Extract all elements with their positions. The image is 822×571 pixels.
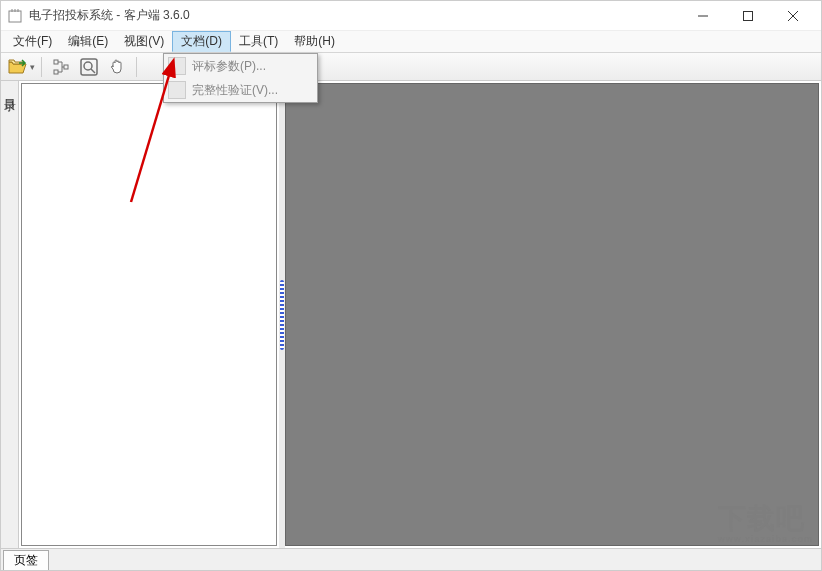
menu-item-label: 评标参数(P)... — [192, 58, 266, 75]
integrity-check-icon — [168, 81, 186, 99]
menu-tools[interactable]: 工具(T) — [231, 31, 286, 52]
title-bar: 电子招投标系统 - 客户端 3.6.0 — [1, 1, 821, 31]
menu-item-bid-params[interactable]: 评标参数(P)... — [164, 54, 317, 78]
dropdown-arrow-icon[interactable]: ▾ — [30, 62, 35, 72]
menu-view[interactable]: 视图(V) — [116, 31, 172, 52]
tree-view-button[interactable] — [48, 55, 74, 79]
document-viewer — [285, 83, 819, 546]
svg-rect-9 — [54, 70, 58, 74]
outline-panel — [21, 83, 277, 546]
hand-tool-button[interactable] — [104, 55, 130, 79]
document-menu-dropdown: 评标参数(P)... 完整性验证(V)... — [163, 53, 318, 103]
catalog-side-tab[interactable]: 目录 — [1, 81, 19, 548]
svg-rect-10 — [64, 65, 68, 69]
menu-item-label: 完整性验证(V)... — [192, 82, 278, 99]
menu-document[interactable]: 文档(D) — [172, 31, 231, 52]
svg-rect-0 — [9, 11, 21, 22]
status-bar: 页签 — [1, 548, 821, 570]
menu-edit[interactable]: 编辑(E) — [60, 31, 116, 52]
menu-item-integrity-check[interactable]: 完整性验证(V)... — [164, 78, 317, 102]
menu-help[interactable]: 帮助(H) — [286, 31, 343, 52]
bid-params-icon — [168, 57, 186, 75]
app-icon — [7, 8, 23, 24]
toolbar: ▾ — [1, 53, 821, 81]
svg-rect-8 — [54, 60, 58, 64]
window-title: 电子招投标系统 - 客户端 3.6.0 — [29, 7, 190, 24]
close-button[interactable] — [770, 1, 815, 30]
window-controls — [680, 1, 815, 30]
zoom-button[interactable] — [76, 55, 102, 79]
menu-bar: 文件(F) 编辑(E) 视图(V) 文档(D) 工具(T) 帮助(H) — [1, 31, 821, 53]
minimize-button[interactable] — [680, 1, 725, 30]
toolbar-separator — [136, 57, 137, 77]
menu-file[interactable]: 文件(F) — [5, 31, 60, 52]
splitter-handle[interactable] — [279, 81, 285, 548]
svg-point-17 — [84, 62, 92, 70]
main-content: 目录 — [1, 81, 821, 548]
page-label-tab[interactable]: 页签 — [3, 550, 49, 570]
svg-line-18 — [91, 69, 95, 73]
toolbar-separator — [41, 57, 42, 77]
open-file-button[interactable] — [5, 55, 31, 79]
svg-rect-5 — [743, 11, 752, 20]
maximize-button[interactable] — [725, 1, 770, 30]
